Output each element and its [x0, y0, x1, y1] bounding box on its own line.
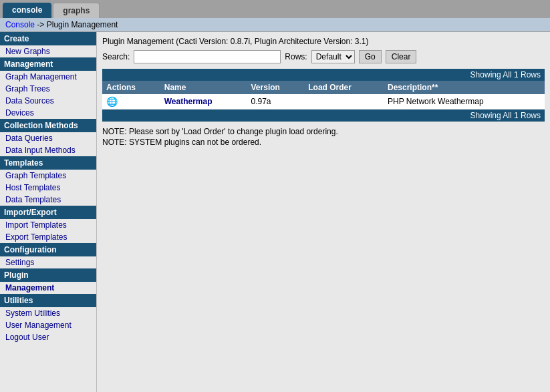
row-description: PHP Network Weathermap [384, 94, 545, 110]
plugin-name-link[interactable]: Weathermap [164, 97, 213, 106]
main-layout: Create New Graphs Management Graph Manag… [0, 32, 550, 392]
table-header-row: Actions Name Version Load Order Descript… [102, 81, 545, 94]
col-name: Name [160, 81, 247, 94]
sidebar-item-graph-trees[interactable]: Graph Trees [0, 83, 96, 95]
sidebar-item-data-queries[interactable]: Data Queries [0, 132, 96, 144]
sidebar-item-host-templates[interactable]: Host Templates [0, 182, 96, 194]
sidebar-item-data-input-methods[interactable]: Data Input Methods [0, 144, 96, 156]
page-title-text: Plugin Management [102, 37, 174, 46]
clear-button[interactable]: Clear [386, 50, 417, 63]
content-area: Plugin Management (Cacti Version: 0.8.7i… [97, 32, 550, 392]
notes-section: NOTE: Please sort by 'Load Order' to cha… [102, 127, 545, 147]
sidebar-item-devices[interactable]: Devices [0, 107, 96, 119]
col-version: Version [247, 81, 305, 94]
row-load-order [304, 94, 384, 110]
sidebar-item-graph-management[interactable]: Graph Management [0, 71, 96, 83]
sidebar-header-utilities: Utilities [0, 294, 96, 307]
sidebar-item-system-utilities[interactable]: System Utilities [0, 307, 96, 319]
showing-row-top: Showing All 1 Rows [102, 69, 545, 81]
sidebar-item-import-templates[interactable]: Import Templates [0, 219, 96, 231]
tab-graphs[interactable]: graphs [53, 3, 100, 18]
breadcrumb-current: Plugin Management [47, 20, 118, 29]
col-load-order: Load Order [304, 81, 384, 94]
sidebar-item-settings[interactable]: Settings [0, 256, 96, 268]
sidebar-item-graph-templates[interactable]: Graph Templates [0, 170, 96, 182]
col-description: Description** [384, 81, 545, 94]
page-title-block: Plugin Management (Cacti Version: 0.8.7i… [102, 36, 545, 46]
plugins-table: Showing All 1 Rows Actions Name Version … [102, 69, 545, 122]
rows-select[interactable]: Default [311, 50, 355, 63]
row-name: Weathermap [160, 94, 247, 110]
sidebar-header-collection-methods: Collection Methods [0, 119, 96, 132]
breadcrumb-separator: -> [37, 20, 46, 29]
top-nav: console graphs [0, 0, 550, 18]
page-title-version: (Cacti Version: 0.8.7i, Plugin Architect… [176, 37, 368, 46]
breadcrumb: Console -> Plugin Management [0, 18, 550, 32]
breadcrumb-console-link[interactable]: Console [5, 20, 35, 29]
col-actions: Actions [102, 81, 160, 94]
showing-text-bottom: Showing All 1 Rows [102, 110, 545, 122]
sidebar-header-templates: Templates [0, 156, 96, 170]
rows-label: Rows: [285, 52, 307, 61]
row-version: 0.97a [247, 94, 305, 110]
sidebar-header-plugin: Plugin [0, 268, 96, 282]
globe-icon: 🌐 [106, 96, 118, 107]
tab-console[interactable]: console [3, 3, 51, 18]
sidebar-header-management: Management [0, 57, 96, 71]
sidebar-item-plugin-management[interactable]: Management [0, 282, 96, 294]
sidebar-item-data-templates[interactable]: Data Templates [0, 194, 96, 206]
showing-text-top: Showing All 1 Rows [102, 69, 545, 81]
sidebar-item-new-graphs[interactable]: New Graphs [0, 45, 96, 57]
note-1: NOTE: Please sort by 'Load Order' to cha… [102, 127, 545, 136]
search-bar: Search: Rows: Default Go Clear [102, 50, 545, 63]
sidebar-item-data-sources[interactable]: Data Sources [0, 95, 96, 107]
search-label: Search: [102, 52, 130, 61]
table-row: 🌐 Weathermap 0.97a PHP Network Weatherma… [102, 94, 545, 110]
sidebar-header-import-export: Import/Export [0, 206, 96, 219]
sidebar-header-create: Create [0, 32, 96, 45]
showing-row-bottom: Showing All 1 Rows [102, 110, 545, 122]
sidebar-item-logout-user[interactable]: Logout User [0, 331, 96, 343]
search-input[interactable] [134, 50, 281, 63]
sidebar-header-configuration: Configuration [0, 243, 96, 256]
sidebar-item-user-management[interactable]: User Management [0, 319, 96, 331]
go-button[interactable]: Go [359, 50, 382, 63]
note-2: NOTE: SYSTEM plugins can not be ordered. [102, 138, 545, 147]
row-actions: 🌐 [102, 94, 160, 110]
sidebar-item-export-templates[interactable]: Export Templates [0, 231, 96, 243]
sidebar: Create New Graphs Management Graph Manag… [0, 32, 97, 392]
